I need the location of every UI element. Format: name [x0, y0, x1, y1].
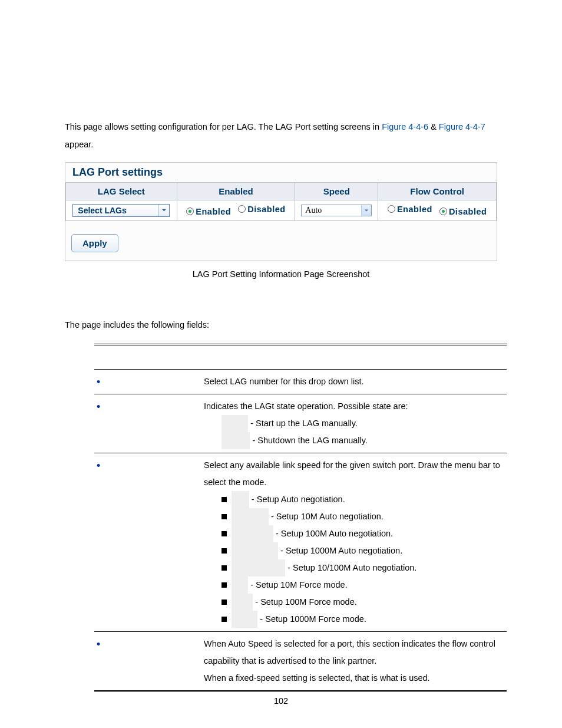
col-lag-select: LAG Select [66, 182, 177, 200]
enabled-radio-disabled[interactable]: Disabled [238, 205, 285, 214]
figure-link-4-4-7[interactable]: Figure 4-4-7 [439, 122, 485, 131]
bullet-icon: • [97, 401, 100, 413]
radio-selected-icon [186, 207, 194, 215]
desc-lag-select: Select LAG number for this drop down lis… [201, 369, 507, 394]
chevron-down-icon [361, 205, 371, 216]
col-flow-control: Flow Control [378, 182, 497, 200]
flowcontrol-radio-disabled[interactable]: Disabled [439, 207, 487, 216]
radio-label: Enabled [397, 205, 432, 214]
bullet-icon: • [97, 376, 100, 388]
col-speed: Speed [295, 182, 378, 200]
panel-title: LAG Port settings [65, 163, 497, 182]
speed-value: Auto [302, 205, 361, 216]
table-row: • Select any available link speed for th… [94, 453, 507, 631]
caret-down-icon [158, 205, 169, 216]
enabled-radio-enabled[interactable]: Enabled [186, 207, 231, 216]
flowcontrol-radio-enabled[interactable]: Enabled [388, 205, 432, 214]
table-row: • When Auto Speed is selected for a port… [94, 631, 507, 691]
intro-pre: This page allows setting configuration f… [65, 122, 382, 131]
square-bullet-icon [222, 531, 227, 536]
desc-speed: Select any available link speed for the … [201, 453, 507, 631]
radio-selected-icon [439, 207, 447, 215]
select-lags-dropdown[interactable]: Select LAGs [72, 204, 170, 217]
square-bullet-icon [222, 514, 227, 519]
bullet-icon: • [97, 638, 100, 650]
fields-table: • Select LAG number for this drop down l… [94, 344, 507, 692]
settings-grid: LAG Select Enabled Speed Flow Control Se… [65, 182, 497, 221]
table-row: • Select LAG number for this drop down l… [94, 369, 507, 394]
radio-unselected-icon [238, 205, 246, 213]
square-bullet-icon [222, 565, 227, 571]
square-bullet-icon [222, 599, 227, 605]
desc-flow-control: When Auto Speed is selected for a port, … [201, 631, 507, 691]
intro-text: This page allows setting configuration f… [65, 118, 497, 154]
radio-unselected-icon [388, 205, 395, 213]
square-bullet-icon [222, 497, 227, 502]
square-bullet-icon [222, 582, 227, 588]
intro-post: appear. [65, 140, 93, 149]
intro-amp: & [431, 122, 439, 131]
select-lags-label: Select LAGs [78, 206, 126, 215]
apply-button[interactable]: Apply [71, 234, 118, 252]
radio-label: Enabled [196, 207, 231, 216]
square-bullet-icon [222, 617, 227, 622]
square-bullet-icon [222, 548, 227, 554]
figure-link-4-4-6[interactable]: Figure 4-4-6 [382, 122, 428, 131]
radio-label: Disabled [247, 205, 285, 214]
col-enabled: Enabled [177, 182, 295, 200]
table-row: • Indicates the LAGt state operation. Po… [94, 394, 507, 453]
page-number: 102 [0, 696, 562, 706]
desc-enabled: Indicates the LAGt state operation. Poss… [201, 394, 507, 453]
screenshot-caption: LAG Port Setting Information Page Screen… [65, 269, 497, 279]
bullet-icon: • [97, 460, 100, 472]
speed-select[interactable]: Auto [301, 205, 372, 216]
fields-lead: The page includes the following fields: [65, 320, 497, 330]
radio-label: Disabled [449, 207, 487, 216]
screenshot-panel: LAG Port settings LAG Select Enabled Spe… [65, 162, 497, 261]
